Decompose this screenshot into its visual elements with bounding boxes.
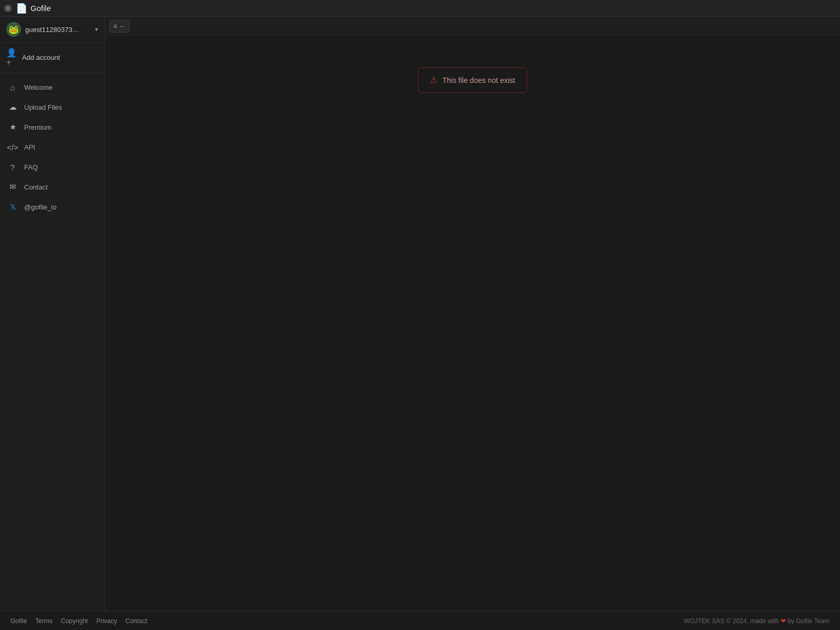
sidebar-item-twitter[interactable]: 𝕏 @gofile_io — [0, 197, 104, 217]
app-body: 🐸 guest11280373… ▾ 👤+ Add account ⌂ Welc… — [0, 17, 840, 611]
upload-icon: ☁ — [7, 102, 18, 112]
footer-link-gofile[interactable]: Gofile — [10, 617, 27, 625]
content-area: ≡ ← ⚠ This file does not exist — [105, 17, 840, 611]
account-switcher[interactable]: 🐸 guest11280373… ▾ — [0, 17, 104, 43]
error-message: This file does not exist — [443, 76, 516, 85]
sidebar-nav: ⌂ Welcome ☁ Upload Files ★ Premium </> A… — [0, 73, 104, 611]
mail-icon: ✉ — [7, 182, 18, 192]
sidebar-item-api[interactable]: </> API — [0, 137, 104, 157]
menu-button[interactable]: ≡ ← — [109, 20, 130, 33]
footer-link-copyright[interactable]: Copyright — [61, 617, 88, 625]
add-account-icon: 👤+ — [6, 48, 17, 67]
code-icon: </> — [7, 142, 18, 152]
home-icon: ⌂ — [7, 82, 18, 92]
warning-icon: ⚠ — [430, 75, 437, 85]
sidebar-item-label: Upload Files — [24, 103, 62, 111]
sidebar-item-label: Welcome — [24, 83, 52, 91]
star-icon: ★ — [7, 122, 18, 132]
faq-icon: ? — [7, 162, 18, 172]
sidebar-item-label: Premium — [24, 123, 51, 131]
logo-icon: 📄 — [16, 3, 27, 14]
footer-link-terms[interactable]: Terms — [35, 617, 52, 625]
sidebar-item-label: FAQ — [24, 163, 38, 171]
footer-links: Gofile Terms Copyright Privacy Contact — [10, 617, 147, 625]
sidebar-item-premium[interactable]: ★ Premium — [0, 117, 104, 137]
sidebar-item-label: API — [24, 143, 35, 151]
sidebar-item-faq[interactable]: ? FAQ — [0, 157, 104, 177]
content-main: ⚠ This file does not exist — [105, 36, 840, 611]
sidebar: 🐸 guest11280373… ▾ 👤+ Add account ⌂ Welc… — [0, 17, 105, 611]
twitter-icon: 𝕏 — [7, 202, 18, 212]
account-name: guest11280373… — [25, 26, 91, 34]
footer-link-privacy[interactable]: Privacy — [96, 617, 117, 625]
heart-icon: ❤ — [781, 617, 786, 625]
back-icon: ← — [119, 23, 125, 30]
sidebar-item-upload[interactable]: ☁ Upload Files — [0, 97, 104, 117]
app-logo: 📄 Gofile — [16, 3, 51, 14]
sidebar-item-label: Contact — [24, 183, 48, 191]
add-account-label: Add account — [22, 54, 60, 61]
menu-icon: ≡ — [113, 23, 117, 30]
error-box: ⚠ This file does not exist — [418, 67, 528, 93]
add-account-button[interactable]: 👤+ Add account — [0, 43, 104, 73]
chevron-down-icon: ▾ — [95, 26, 98, 33]
titlebar: × 📄 Gofile — [0, 0, 840, 17]
footer: Gofile Terms Copyright Privacy Contact W… — [0, 611, 840, 630]
sidebar-item-welcome[interactable]: ⌂ Welcome — [0, 77, 104, 97]
app-title: Gofile — [30, 4, 51, 13]
footer-credit: WOJTEK SAS © 2024, made with ❤ by Gofile… — [684, 617, 830, 625]
footer-link-contact[interactable]: Contact — [125, 617, 147, 625]
close-button[interactable]: × — [4, 5, 12, 12]
sidebar-item-contact[interactable]: ✉ Contact — [0, 177, 104, 197]
avatar: 🐸 — [6, 22, 21, 37]
content-toolbar: ≡ ← — [105, 17, 840, 36]
sidebar-item-label: @gofile_io — [24, 203, 57, 211]
